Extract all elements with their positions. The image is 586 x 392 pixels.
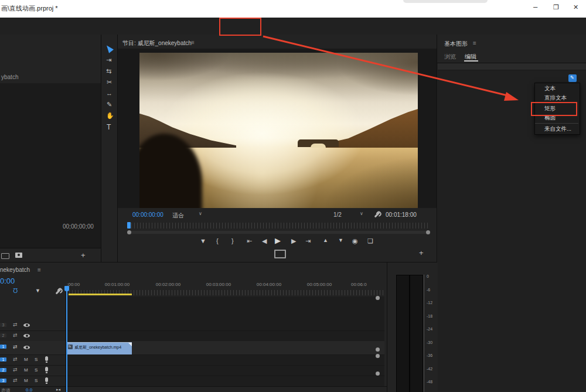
monitor-settings-icon[interactable] <box>374 212 380 218</box>
mark-in-button[interactable]: { <box>216 237 219 244</box>
menu-item-from-file[interactable]: 来自文件... <box>544 125 580 133</box>
fit-sequence-icon[interactable]: ▸◂ <box>56 387 60 392</box>
hand-tool-icon[interactable]: ✋ <box>106 112 114 120</box>
track-target-a2[interactable]: 2 <box>0 368 6 372</box>
master-volume-value[interactable]: 0.0 <box>26 387 32 392</box>
sync-lock-icon[interactable]: ⇄ <box>13 322 18 328</box>
timeline-clip[interactable]: fx 威尼斯_onekeybatch.mp4 <box>66 342 132 354</box>
voiceover-record-icon[interactable] <box>45 356 48 361</box>
sync-lock-icon[interactable]: ⇄ <box>13 344 18 350</box>
toggle-track-output-icon[interactable] <box>23 334 30 338</box>
monitor-scrollbar[interactable] <box>130 231 428 234</box>
sync-lock-icon[interactable]: ⇄ <box>13 367 18 373</box>
tab-edit[interactable]: 编辑 <box>465 53 476 61</box>
timeline-tab[interactable]: nekeybatch <box>0 267 30 273</box>
scroll-handle[interactable] <box>376 371 380 376</box>
playback-resolution-select[interactable]: 1/2 <box>333 212 342 218</box>
mark-out-button[interactable]: } <box>231 237 234 244</box>
solo-button[interactable]: S <box>35 378 38 383</box>
source-panel-tab[interactable]: ybatch <box>1 74 18 80</box>
track-select-forward-tool-icon[interactable]: ⇥ <box>106 56 111 64</box>
monitor-ruler[interactable] <box>128 223 430 229</box>
proxy-toggle-button[interactable] <box>274 250 286 258</box>
mute-button[interactable]: M <box>24 357 28 362</box>
audio-track-a3: 3 ⇄ M S <box>0 376 384 387</box>
step-forward-button[interactable]: ▶ <box>291 237 296 245</box>
scroll-handle[interactable] <box>376 347 380 352</box>
goto-in-button[interactable]: ⇤ <box>247 237 252 245</box>
essential-graphics-menu-icon[interactable]: ≡ <box>473 40 476 46</box>
scroll-handle[interactable] <box>376 354 380 358</box>
scroll-handle[interactable] <box>376 296 380 300</box>
window-title: 画\直线动画.prproj * <box>1 4 58 13</box>
step-back-button[interactable]: ◀ <box>262 237 267 245</box>
lift-button[interactable]: ▲ <box>323 237 328 243</box>
sync-lock-icon[interactable]: ⇄ <box>13 356 18 362</box>
track-target-a1[interactable]: 1 <box>0 357 6 362</box>
clip-corner-notch <box>128 343 132 346</box>
source-timecode[interactable]: 00;00;00;00 <box>63 223 94 230</box>
solo-button[interactable]: S <box>35 357 38 362</box>
voiceover-record-icon[interactable] <box>45 367 48 371</box>
timeline-panel: nekeybatch ≡ 0:00 Ω ▼ :00:00 00:01:00:00… <box>0 262 387 392</box>
sync-lock-icon[interactable]: ⇄ <box>13 377 18 383</box>
monitor-scrollbar-right-handle[interactable] <box>426 230 430 234</box>
new-layer-button[interactable]: ✎ <box>568 74 577 82</box>
track-target-v2[interactable]: 2 <box>0 333 6 338</box>
goto-out-button[interactable]: ⇥ <box>305 237 311 245</box>
selection-tool-icon[interactable] <box>104 43 114 53</box>
menu-item-text[interactable]: 文本 <box>544 85 580 93</box>
tab-browse[interactable]: 浏览 <box>444 53 456 61</box>
resolution-chevron-icon[interactable]: ∨ <box>360 211 363 216</box>
export-frame-button[interactable]: ◉ <box>352 237 358 245</box>
meter-tick: -24 <box>427 327 432 331</box>
monitor-controls: 00:00:00:00 适合 ∨ 1/2 ∨ 00:01:18:00 ▼ { }… <box>118 208 437 262</box>
snap-toggle-icon[interactable]: Ω <box>13 287 18 294</box>
add-panel-button[interactable]: + <box>81 251 86 260</box>
slip-tool-icon[interactable]: ↔ <box>106 90 113 97</box>
timeline-add-marker-icon[interactable]: ▼ <box>35 288 40 294</box>
timeline-playhead-head[interactable] <box>64 286 69 291</box>
solo-button[interactable]: S <box>35 367 38 373</box>
menu-item-vertical-text[interactable]: 直排文本 <box>544 94 580 102</box>
timeline-settings-icon[interactable] <box>56 289 62 295</box>
maximize-button[interactable]: ❐ <box>553 4 559 11</box>
ripple-edit-tool-icon[interactable]: ⇆ <box>106 67 111 75</box>
close-button[interactable]: ✕ <box>573 4 578 11</box>
program-panel-menu-icon[interactable]: ≡ <box>191 39 195 46</box>
voiceover-record-icon[interactable] <box>45 377 48 382</box>
track-target-a3[interactable]: 3 <box>0 379 6 383</box>
program-timecode[interactable]: 00:00:00:00 <box>132 212 163 218</box>
mute-button[interactable]: M <box>24 378 28 383</box>
sync-lock-icon[interactable]: ⇄ <box>13 332 18 338</box>
minimize-button[interactable]: – <box>533 2 537 11</box>
meter-tick: -18 <box>427 314 432 318</box>
zoom-level-chevron-icon[interactable]: ∨ <box>199 211 202 216</box>
toggle-track-output-icon[interactable] <box>23 323 30 327</box>
essential-graphics-title: 基本图形 <box>444 40 468 48</box>
type-tool-icon[interactable]: T <box>107 123 111 131</box>
monitor-add-button[interactable]: + <box>419 248 424 257</box>
track-target-v1[interactable]: 1 <box>0 345 6 349</box>
monitor-playhead[interactable] <box>127 222 131 229</box>
extract-button[interactable]: ▼ <box>338 237 343 243</box>
toggle-track-output-icon[interactable] <box>23 346 30 349</box>
comparison-view-button[interactable]: ❏ <box>367 237 373 245</box>
zoom-level-select[interactable]: 适合 <box>172 212 184 220</box>
play-button[interactable]: ▶ <box>275 236 281 245</box>
video-track-v3: 3 ⇄ <box>0 320 384 331</box>
settings-icon[interactable] <box>1 253 9 259</box>
monitor-scrollbar-left-handle[interactable] <box>127 230 131 234</box>
timeline-playhead-line[interactable] <box>66 286 67 392</box>
add-marker-button[interactable]: ▼ <box>200 237 206 244</box>
export-frame-icon[interactable] <box>15 253 22 258</box>
pen-tool-icon[interactable]: ✎ <box>107 101 112 108</box>
work-area-bar[interactable] <box>69 294 132 295</box>
program-monitor-title[interactable]: 节目: 威尼斯_onekeybatch <box>122 39 192 47</box>
track-target-v3[interactable]: 3 <box>0 323 6 327</box>
mute-button[interactable]: M <box>24 367 28 373</box>
timeline-panel-menu-icon[interactable]: ≡ <box>38 267 41 273</box>
razor-tool-icon[interactable]: ✂ <box>107 79 112 86</box>
timeline-timecode[interactable]: 0:00 <box>0 277 15 285</box>
meter-tick: -42 <box>427 367 432 371</box>
